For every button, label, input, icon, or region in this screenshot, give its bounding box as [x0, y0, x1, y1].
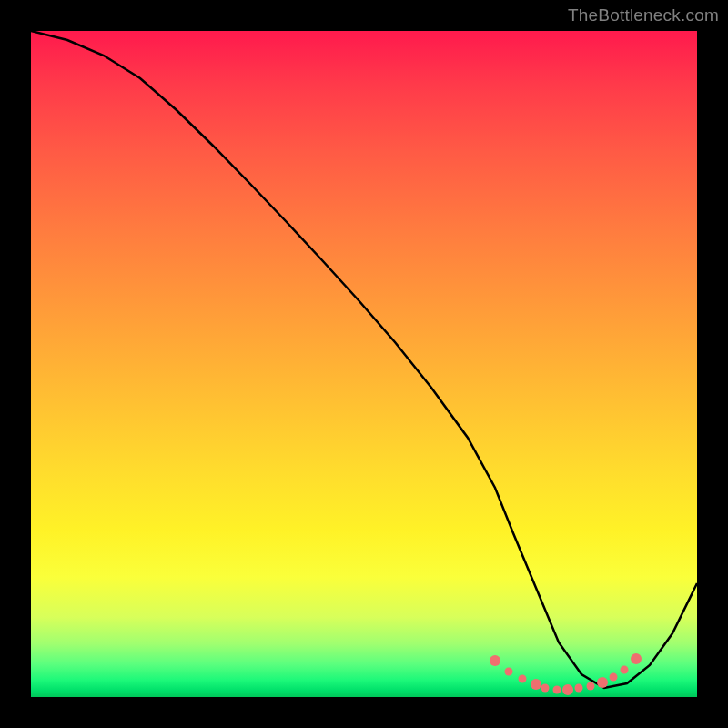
- band-dot: [575, 684, 583, 693]
- band-dot: [597, 677, 608, 688]
- band-dot: [490, 655, 500, 666]
- curve-svg: [31, 31, 697, 697]
- chart-frame: TheBottleneck.com: [0, 0, 728, 728]
- dotted-band-group: [490, 653, 642, 695]
- band-dot: [631, 653, 642, 664]
- band-dot: [505, 668, 513, 676]
- band-dot: [587, 682, 595, 691]
- watermark-text: TheBottleneck.com: [568, 5, 719, 25]
- band-dot: [531, 679, 541, 690]
- band-dot: [541, 684, 550, 693]
- bottleneck-curve: [31, 31, 697, 688]
- plot-area: [31, 31, 697, 697]
- band-dot: [562, 684, 573, 695]
- band-dot: [621, 666, 629, 674]
- band-dot: [519, 675, 527, 683]
- band-dot: [553, 686, 561, 694]
- band-dot: [610, 673, 618, 682]
